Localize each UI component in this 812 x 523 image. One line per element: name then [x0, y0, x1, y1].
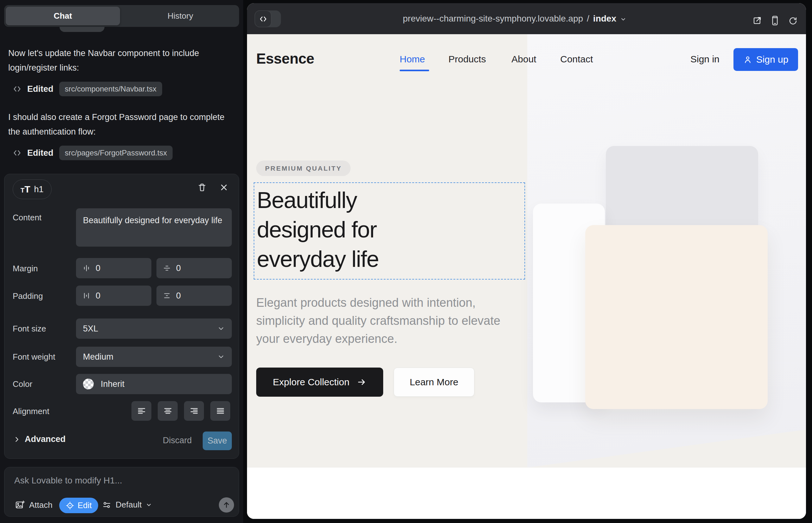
margin-x-input[interactable]: 0: [76, 258, 152, 278]
mobile-icon: [770, 16, 780, 26]
margin-y-input[interactable]: 0: [156, 258, 232, 278]
align-justify-icon: [216, 406, 225, 416]
padding-x-value: 0: [96, 291, 100, 301]
save-button[interactable]: Save: [203, 432, 232, 450]
align-right-button[interactable]: [184, 401, 204, 421]
tab-history[interactable]: History: [123, 7, 237, 25]
chevron-down-icon: [217, 325, 225, 332]
composer-placeholder: Ask Lovable to modify H1...: [14, 475, 122, 486]
sign-in-link[interactable]: Sign in: [690, 54, 720, 65]
file-badge[interactable]: src/components/Navbar.tsx: [59, 82, 162, 96]
refresh-icon: [789, 16, 797, 25]
send-up-icon: [222, 501, 231, 509]
sliders-icon: [102, 500, 111, 510]
close-editor-button[interactable]: [219, 183, 229, 192]
color-value: Inherit: [101, 379, 124, 389]
attach-button[interactable]: Attach: [15, 500, 53, 510]
preview-site: Essence Home Products About Contact Sign…: [247, 34, 806, 519]
preview-toolbar: preview--charming-site-symphony.lovable.…: [247, 3, 806, 34]
attach-label: Attach: [29, 500, 53, 510]
edit-mode-button[interactable]: Edit: [59, 498, 98, 513]
align-left-icon: [137, 406, 146, 416]
selected-h1-outline[interactable]: Beautifully designed for everyday life: [254, 182, 525, 279]
hero-heading[interactable]: Beautifully designed for everyday life: [257, 185, 379, 274]
color-select[interactable]: Inherit: [76, 374, 232, 394]
send-button[interactable]: [219, 497, 234, 512]
assistant-message: Now let's update the Navbar component to…: [8, 46, 234, 75]
section-below-hero: [247, 468, 806, 519]
active-nav-underline: [400, 70, 429, 71]
chat-composer[interactable]: Ask Lovable to modify H1... Attach Edit …: [4, 467, 239, 517]
mode-select[interactable]: Default: [102, 500, 152, 510]
margin-y-value: 0: [176, 264, 181, 273]
close-icon: [219, 183, 229, 192]
nav-link-about[interactable]: About: [511, 54, 536, 65]
sign-up-button[interactable]: Sign up: [734, 48, 798, 71]
code-toggle-segment[interactable]: [254, 11, 271, 27]
selected-element-pill[interactable]: TT h1: [13, 180, 52, 199]
content-label: Content: [13, 213, 41, 222]
align-center-button[interactable]: [158, 401, 178, 421]
explore-collection-label: Explore Collection: [273, 377, 350, 387]
edited-label: Edited: [27, 148, 54, 158]
transparent-swatch-icon: [83, 379, 94, 390]
scrolled-badge-partial: [59, 27, 105, 32]
mobile-view-button[interactable]: [770, 16, 780, 26]
file-edit-row: Edited src/pages/ForgotPassword.tsx: [13, 146, 173, 160]
nav-link-products[interactable]: Products: [448, 54, 486, 65]
font-weight-label: Font weight: [13, 352, 55, 362]
discard-button[interactable]: Discard: [163, 436, 192, 446]
padding-y-input[interactable]: 0: [156, 286, 232, 306]
code-icon: [13, 85, 21, 93]
chat-panel: Chat History Now let's update the Navbar…: [0, 0, 243, 523]
advanced-toggle[interactable]: Advanced: [13, 434, 66, 444]
margin-y-icon: [163, 264, 171, 272]
code-icon: [259, 15, 267, 23]
assistant-message: I should also create a Forgot Password p…: [8, 110, 234, 139]
alignment-label: Alignment: [13, 407, 49, 416]
padding-label: Padding: [13, 291, 43, 301]
refresh-button[interactable]: [789, 16, 797, 25]
mode-label: Default: [116, 500, 142, 510]
file-edit-row: Edited src/components/Navbar.tsx: [13, 82, 162, 96]
font-size-select[interactable]: 5XL: [76, 319, 232, 339]
sign-up-label: Sign up: [756, 54, 789, 65]
file-badge[interactable]: src/pages/ForgotPassword.tsx: [59, 146, 173, 160]
element-tag-label: h1: [34, 184, 44, 194]
font-size-label: Font size: [13, 324, 46, 334]
advanced-label: Advanced: [25, 434, 66, 444]
padding-x-input[interactable]: 0: [76, 286, 152, 306]
chevron-down-icon: [146, 502, 152, 508]
url-page: index: [593, 14, 616, 24]
target-icon: [66, 501, 74, 510]
chat-history-tabbar: Chat History: [4, 5, 239, 27]
align-justify-button[interactable]: [210, 401, 230, 421]
delete-element-button[interactable]: [197, 182, 207, 193]
chevron-right-icon: [13, 436, 20, 443]
content-textarea[interactable]: Beautifully designed for everyday life: [76, 208, 232, 247]
font-weight-select[interactable]: Medium: [76, 347, 232, 367]
hero-badge: PREMIUM QUALITY: [256, 161, 351, 176]
url-separator: /: [587, 14, 589, 24]
url-bar[interactable]: preview--charming-site-symphony.lovable.…: [403, 3, 626, 34]
align-left-button[interactable]: [131, 401, 152, 421]
attach-image-icon: [15, 500, 25, 510]
code-preview-toggle[interactable]: [254, 11, 281, 27]
explore-collection-button[interactable]: Explore Collection: [256, 367, 383, 397]
chevron-down-icon: [620, 16, 626, 22]
margin-x-value: 0: [96, 264, 100, 273]
external-link-icon: [753, 16, 762, 25]
nav-link-home[interactable]: Home: [400, 54, 425, 65]
tab-chat[interactable]: Chat: [6, 7, 120, 25]
margin-label: Margin: [13, 264, 38, 273]
nav-link-contact[interactable]: Contact: [560, 54, 593, 65]
code-icon: [13, 148, 21, 157]
edited-label: Edited: [27, 84, 54, 94]
arrow-right-icon: [357, 377, 366, 387]
open-external-button[interactable]: [753, 16, 762, 25]
typography-icon: TT: [21, 184, 30, 194]
trash-icon: [197, 182, 207, 193]
align-center-icon: [163, 406, 173, 416]
learn-more-button[interactable]: Learn More: [394, 367, 474, 397]
site-logo[interactable]: Essence: [256, 50, 314, 67]
